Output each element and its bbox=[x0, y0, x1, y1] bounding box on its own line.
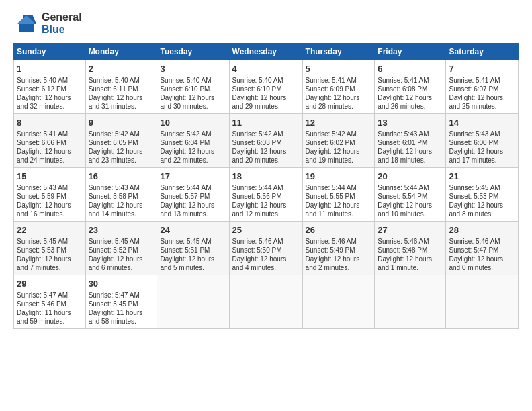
calendar-cell: 9Sunrise: 5:42 AM Sunset: 6:05 PM Daylig… bbox=[85, 114, 157, 168]
calendar-cell: 15Sunrise: 5:43 AM Sunset: 5:59 PM Dayli… bbox=[14, 168, 86, 222]
calendar-header-row: SundayMondayTuesdayWednesdayThursdayFrid… bbox=[14, 44, 519, 60]
calendar-header-thursday: Thursday bbox=[302, 44, 375, 60]
day-number: 9 bbox=[89, 117, 154, 129]
calendar-cell: 17Sunrise: 5:44 AM Sunset: 5:57 PM Dayli… bbox=[157, 168, 229, 222]
calendar-header-friday: Friday bbox=[375, 44, 446, 60]
day-number: 2 bbox=[89, 63, 154, 75]
calendar-cell: 8Sunrise: 5:41 AM Sunset: 6:06 PM Daylig… bbox=[14, 114, 86, 168]
day-number: 1 bbox=[17, 63, 83, 75]
calendar-week-row: 1Sunrise: 5:40 AM Sunset: 6:12 PM Daylig… bbox=[14, 60, 519, 114]
calendar-cell: 7Sunrise: 5:41 AM Sunset: 6:07 PM Daylig… bbox=[446, 60, 519, 114]
calendar-cell: 19Sunrise: 5:44 AM Sunset: 5:55 PM Dayli… bbox=[302, 168, 375, 222]
day-number: 30 bbox=[89, 278, 154, 290]
day-number: 28 bbox=[449, 224, 515, 236]
day-info: Sunrise: 5:46 AM Sunset: 5:50 PM Dayligh… bbox=[232, 237, 300, 272]
logo-svg-icon bbox=[13, 11, 39, 36]
calendar-header-tuesday: Tuesday bbox=[157, 44, 229, 60]
day-info: Sunrise: 5:45 AM Sunset: 5:53 PM Dayligh… bbox=[17, 237, 83, 272]
calendar-cell: 24Sunrise: 5:45 AM Sunset: 5:51 PM Dayli… bbox=[157, 222, 229, 275]
day-number: 24 bbox=[160, 224, 226, 236]
calendar-cell: 18Sunrise: 5:44 AM Sunset: 5:56 PM Dayli… bbox=[229, 168, 302, 222]
logo: General Blue bbox=[13, 11, 82, 36]
day-number: 3 bbox=[160, 63, 226, 75]
calendar-cell: 26Sunrise: 5:46 AM Sunset: 5:49 PM Dayli… bbox=[302, 222, 375, 275]
calendar-cell: 13Sunrise: 5:43 AM Sunset: 6:01 PM Dayli… bbox=[375, 114, 446, 168]
calendar-cell: 12Sunrise: 5:42 AM Sunset: 6:02 PM Dayli… bbox=[302, 114, 375, 168]
calendar-cell: 16Sunrise: 5:43 AM Sunset: 5:58 PM Dayli… bbox=[85, 168, 157, 222]
calendar-header-monday: Monday bbox=[85, 44, 157, 60]
day-number: 20 bbox=[378, 171, 443, 183]
calendar-cell bbox=[302, 275, 375, 329]
day-info: Sunrise: 5:41 AM Sunset: 6:07 PM Dayligh… bbox=[449, 76, 515, 111]
calendar-cell: 20Sunrise: 5:44 AM Sunset: 5:54 PM Dayli… bbox=[375, 168, 446, 222]
calendar-cell: 27Sunrise: 5:46 AM Sunset: 5:48 PM Dayli… bbox=[375, 222, 446, 275]
day-number: 13 bbox=[378, 117, 443, 129]
calendar-cell: 4Sunrise: 5:40 AM Sunset: 6:10 PM Daylig… bbox=[229, 60, 302, 114]
day-number: 17 bbox=[160, 171, 226, 183]
calendar-week-row: 15Sunrise: 5:43 AM Sunset: 5:59 PM Dayli… bbox=[14, 168, 519, 222]
day-number: 12 bbox=[306, 117, 372, 129]
day-info: Sunrise: 5:43 AM Sunset: 6:00 PM Dayligh… bbox=[449, 130, 515, 165]
day-number: 27 bbox=[378, 224, 443, 236]
day-info: Sunrise: 5:41 AM Sunset: 6:08 PM Dayligh… bbox=[378, 76, 443, 111]
day-info: Sunrise: 5:42 AM Sunset: 6:03 PM Dayligh… bbox=[232, 130, 300, 165]
day-info: Sunrise: 5:44 AM Sunset: 5:56 PM Dayligh… bbox=[232, 183, 300, 218]
day-number: 4 bbox=[232, 63, 300, 75]
day-number: 19 bbox=[306, 171, 372, 183]
day-number: 25 bbox=[232, 224, 300, 236]
day-number: 5 bbox=[306, 63, 372, 75]
day-info: Sunrise: 5:44 AM Sunset: 5:54 PM Dayligh… bbox=[378, 183, 443, 218]
calendar-cell: 2Sunrise: 5:40 AM Sunset: 6:11 PM Daylig… bbox=[85, 60, 157, 114]
day-info: Sunrise: 5:41 AM Sunset: 6:09 PM Dayligh… bbox=[306, 76, 372, 111]
day-info: Sunrise: 5:46 AM Sunset: 5:49 PM Dayligh… bbox=[306, 237, 372, 272]
day-info: Sunrise: 5:44 AM Sunset: 5:57 PM Dayligh… bbox=[160, 183, 226, 218]
day-info: Sunrise: 5:47 AM Sunset: 5:46 PM Dayligh… bbox=[17, 291, 83, 326]
calendar-cell: 29Sunrise: 5:47 AM Sunset: 5:46 PM Dayli… bbox=[14, 275, 86, 329]
logo-general-text: General bbox=[42, 11, 82, 24]
calendar-cell: 10Sunrise: 5:42 AM Sunset: 6:04 PM Dayli… bbox=[157, 114, 229, 168]
calendar-header-sunday: Sunday bbox=[14, 44, 86, 60]
day-number: 26 bbox=[306, 224, 372, 236]
day-info: Sunrise: 5:46 AM Sunset: 5:47 PM Dayligh… bbox=[449, 237, 515, 272]
day-number: 6 bbox=[378, 63, 443, 75]
calendar-header-saturday: Saturday bbox=[446, 44, 519, 60]
day-number: 18 bbox=[232, 171, 300, 183]
calendar-week-row: 29Sunrise: 5:47 AM Sunset: 5:46 PM Dayli… bbox=[14, 275, 519, 329]
day-info: Sunrise: 5:41 AM Sunset: 6:06 PM Dayligh… bbox=[17, 130, 83, 165]
calendar-cell bbox=[157, 275, 229, 329]
day-number: 29 bbox=[17, 278, 83, 290]
day-info: Sunrise: 5:42 AM Sunset: 6:04 PM Dayligh… bbox=[160, 130, 226, 165]
logo-blue-text: Blue bbox=[42, 24, 82, 36]
calendar-week-row: 8Sunrise: 5:41 AM Sunset: 6:06 PM Daylig… bbox=[14, 114, 519, 168]
calendar-cell bbox=[446, 275, 519, 329]
day-number: 11 bbox=[232, 117, 300, 129]
calendar-week-row: 22Sunrise: 5:45 AM Sunset: 5:53 PM Dayli… bbox=[14, 222, 519, 275]
calendar-cell: 28Sunrise: 5:46 AM Sunset: 5:47 PM Dayli… bbox=[446, 222, 519, 275]
calendar-cell: 22Sunrise: 5:45 AM Sunset: 5:53 PM Dayli… bbox=[14, 222, 86, 275]
calendar-cell: 23Sunrise: 5:45 AM Sunset: 5:52 PM Dayli… bbox=[85, 222, 157, 275]
day-info: Sunrise: 5:42 AM Sunset: 6:02 PM Dayligh… bbox=[306, 130, 372, 165]
day-number: 15 bbox=[17, 171, 83, 183]
day-info: Sunrise: 5:45 AM Sunset: 5:53 PM Dayligh… bbox=[449, 183, 515, 218]
day-info: Sunrise: 5:44 AM Sunset: 5:55 PM Dayligh… bbox=[306, 183, 372, 218]
calendar-cell: 5Sunrise: 5:41 AM Sunset: 6:09 PM Daylig… bbox=[302, 60, 375, 114]
calendar-cell: 1Sunrise: 5:40 AM Sunset: 6:12 PM Daylig… bbox=[14, 60, 86, 114]
calendar-cell: 30Sunrise: 5:47 AM Sunset: 5:45 PM Dayli… bbox=[85, 275, 157, 329]
day-info: Sunrise: 5:40 AM Sunset: 6:10 PM Dayligh… bbox=[160, 76, 226, 111]
calendar-cell: 3Sunrise: 5:40 AM Sunset: 6:10 PM Daylig… bbox=[157, 60, 229, 114]
day-number: 22 bbox=[17, 224, 83, 236]
day-info: Sunrise: 5:45 AM Sunset: 5:52 PM Dayligh… bbox=[89, 237, 154, 272]
day-info: Sunrise: 5:47 AM Sunset: 5:45 PM Dayligh… bbox=[89, 291, 154, 326]
day-info: Sunrise: 5:43 AM Sunset: 5:59 PM Dayligh… bbox=[17, 183, 83, 218]
day-number: 23 bbox=[89, 224, 154, 236]
day-info: Sunrise: 5:40 AM Sunset: 6:12 PM Dayligh… bbox=[17, 76, 83, 111]
day-number: 16 bbox=[89, 171, 154, 183]
calendar-cell: 14Sunrise: 5:43 AM Sunset: 6:00 PM Dayli… bbox=[446, 114, 519, 168]
day-info: Sunrise: 5:45 AM Sunset: 5:51 PM Dayligh… bbox=[160, 237, 226, 272]
day-info: Sunrise: 5:40 AM Sunset: 6:11 PM Dayligh… bbox=[89, 76, 154, 111]
calendar-cell: 25Sunrise: 5:46 AM Sunset: 5:50 PM Dayli… bbox=[229, 222, 302, 275]
svg-rect-2 bbox=[19, 23, 34, 32]
calendar-cell: 11Sunrise: 5:42 AM Sunset: 6:03 PM Dayli… bbox=[229, 114, 302, 168]
day-info: Sunrise: 5:46 AM Sunset: 5:48 PM Dayligh… bbox=[378, 237, 443, 272]
day-info: Sunrise: 5:43 AM Sunset: 6:01 PM Dayligh… bbox=[378, 130, 443, 165]
